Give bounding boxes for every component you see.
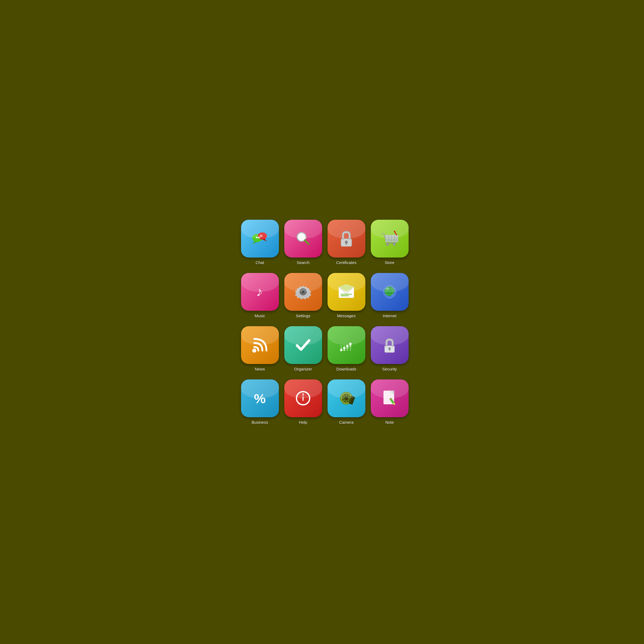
app-item-messages[interactable]: Messages <box>328 273 365 318</box>
svg-rect-60 <box>389 349 390 351</box>
internet-icon <box>371 273 409 311</box>
note-icon <box>371 379 409 417</box>
app-item-note[interactable]: Note <box>371 379 409 425</box>
svg-point-47 <box>349 343 352 345</box>
certificates-label: Certificates <box>336 260 356 265</box>
music-icon: ♪ <box>241 273 279 311</box>
svg-line-26 <box>395 232 397 235</box>
downloads-icon <box>328 326 365 364</box>
svg-point-50 <box>349 345 352 347</box>
app-item-search[interactable]: Search <box>284 220 322 265</box>
app-item-camera[interactable]: Camera <box>328 379 365 425</box>
app-item-music[interactable]: ♪ Music <box>241 273 279 318</box>
svg-point-23 <box>387 244 388 245</box>
app-item-settings[interactable]: Settings <box>284 273 322 318</box>
svg-point-56 <box>350 349 351 351</box>
security-label: Security <box>382 367 397 371</box>
app-grid-container: :P Chat Search <box>228 203 417 441</box>
chat-icon: :P <box>241 220 279 258</box>
svg-point-9 <box>299 235 302 238</box>
svg-point-55 <box>343 345 345 347</box>
music-label: Music <box>255 313 265 318</box>
svg-marker-1 <box>252 242 257 244</box>
security-icon <box>371 326 409 364</box>
svg-point-46 <box>346 345 349 347</box>
app-item-organizer[interactable]: Organizer <box>284 326 322 371</box>
svg-line-11 <box>305 240 309 244</box>
help-label: Help <box>299 420 307 425</box>
news-icon <box>241 326 279 364</box>
svg-point-6 <box>258 237 260 238</box>
settings-icon <box>284 273 322 311</box>
camera-icon <box>328 379 365 417</box>
svg-point-67 <box>345 396 348 400</box>
note-label: Note <box>385 420 394 425</box>
svg-point-27 <box>394 231 395 232</box>
organizer-label: Organizer <box>294 367 312 371</box>
search-label: Search <box>297 260 310 265</box>
app-item-certificates[interactable]: Certificates <box>328 220 365 265</box>
app-item-internet[interactable]: Internet <box>371 273 409 318</box>
search-icon <box>284 220 322 258</box>
business-icon: % <box>241 379 279 417</box>
store-label: Store <box>385 260 395 265</box>
svg-point-64 <box>302 393 304 395</box>
svg-point-52 <box>350 347 351 349</box>
svg-point-43 <box>252 349 256 353</box>
chat-label: Chat <box>256 260 264 265</box>
messages-label: Messages <box>337 313 355 318</box>
svg-point-25 <box>393 244 395 245</box>
svg-point-42 <box>386 287 389 290</box>
svg-text::P: :P <box>259 234 262 238</box>
svg-text:i: i <box>302 394 304 402</box>
app-grid: :P Chat Search <box>241 220 403 425</box>
help-icon: i <box>284 379 322 417</box>
downloads-label: Downloads <box>336 367 356 371</box>
svg-point-51 <box>346 349 348 351</box>
svg-point-49 <box>346 347 349 349</box>
certificates-icon <box>328 220 365 258</box>
app-item-downloads[interactable]: Downloads <box>328 326 365 371</box>
svg-rect-16 <box>386 235 398 242</box>
app-item-news[interactable]: News <box>241 326 279 371</box>
svg-text:♪: ♪ <box>256 284 262 299</box>
svg-point-31 <box>302 290 305 293</box>
svg-point-44 <box>340 349 342 351</box>
svg-point-48 <box>343 349 345 351</box>
business-label: Business <box>252 420 268 425</box>
camera-label: Camera <box>339 420 353 425</box>
app-item-business[interactable]: % Business <box>241 379 279 425</box>
app-item-help[interactable]: i Help <box>284 379 322 425</box>
settings-label: Settings <box>296 313 310 318</box>
store-icon <box>371 220 409 258</box>
app-item-chat[interactable]: :P Chat <box>241 220 279 265</box>
app-item-security[interactable]: Security <box>371 326 409 371</box>
svg-point-53 <box>341 347 342 349</box>
svg-point-54 <box>341 345 342 347</box>
organizer-icon <box>284 326 322 364</box>
svg-point-45 <box>343 347 345 349</box>
svg-text:%: % <box>254 391 266 406</box>
messages-icon <box>328 273 365 311</box>
svg-marker-3 <box>262 239 267 241</box>
internet-label: Internet <box>383 313 396 318</box>
app-item-store[interactable]: Store <box>371 220 409 265</box>
svg-point-5 <box>256 237 258 238</box>
news-label: News <box>255 367 265 371</box>
svg-rect-15 <box>346 243 347 245</box>
